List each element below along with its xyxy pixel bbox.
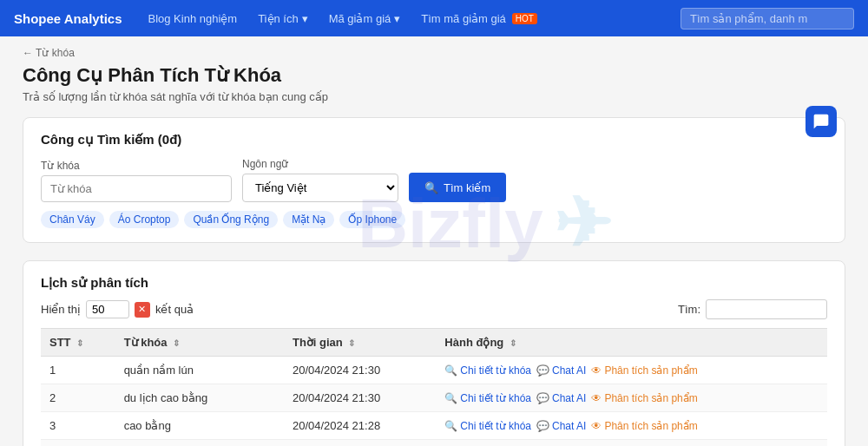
result-label: kết quả xyxy=(155,303,194,316)
analyze-link[interactable]: 👁 Phân tích sản phẩm xyxy=(591,364,697,377)
table-search-label: Tìm: xyxy=(678,303,700,316)
analyze-link[interactable]: 👁 Phân tích sản phẩm xyxy=(591,420,697,432)
table-search-input[interactable] xyxy=(706,299,827,319)
detail-link[interactable]: 🔍 Chi tiết từ khóa xyxy=(444,392,531,404)
col-time: Thời gian ⇕ xyxy=(284,329,436,357)
chevron-down-icon: ▾ xyxy=(394,12,400,25)
col-keyword: Từ khóa ⇕ xyxy=(115,329,284,357)
action-links: 🔍 Chi tiết từ khóa 💬 Chat AI 👁 Phân tích… xyxy=(444,392,819,404)
eye-icon: 👁 xyxy=(591,364,602,377)
chat-icon-button[interactable] xyxy=(806,106,837,137)
analyze-link[interactable]: 👁 Phân tích sản phẩm xyxy=(591,392,697,404)
chat-icon xyxy=(812,113,830,130)
page-title: Công Cụ Phân Tích Từ Khóa xyxy=(23,64,328,87)
nav-item-blog[interactable]: Blog Kinh nghiệm xyxy=(139,0,246,36)
chat-ai-link[interactable]: 💬 Chat AI xyxy=(536,392,586,404)
search-tool-title: Công cụ Tìm kiếm (0đ) xyxy=(41,132,827,148)
history-show-controls: Hiển thị ✕ kết quả xyxy=(41,300,194,318)
tag-0[interactable]: Chân Váy xyxy=(41,211,104,228)
cell-stt: 1 xyxy=(41,357,115,384)
nav-item-magiamgia[interactable]: Mã giảm giá ▾ xyxy=(320,0,410,36)
lang-select[interactable]: Tiếng Việt English xyxy=(242,174,398,202)
table-header-row: STT ⇕ Từ khóa ⇕ Thời gian ⇕ Hành động xyxy=(41,329,827,357)
cell-keyword: quần nầm lún xyxy=(115,357,284,384)
sort-icon-time[interactable]: ⇕ xyxy=(348,338,355,348)
show-count-input[interactable] xyxy=(86,300,129,318)
cell-action: 🔍 Chi tiết từ khóa 💬 Chat AI 👁 Phân tích… xyxy=(436,384,827,412)
page-subtitle: Trả số lượng lần từ khóa sát nghĩa với t… xyxy=(23,90,328,103)
lang-label: Ngôn ngữ xyxy=(242,158,398,170)
action-links: 🔍 Chi tiết từ khóa 💬 Chat AI 👁 Phân tích… xyxy=(444,420,819,432)
cell-keyword: cao bằng xyxy=(115,412,284,440)
cell-stt: 2 xyxy=(41,384,115,412)
search-detail-icon: 🔍 xyxy=(444,364,457,377)
lang-group: Ngôn ngữ Tiếng Việt English xyxy=(242,158,398,202)
cell-action: 🔍 Chi tiết từ khóa 💬 Chat AI 👁 Phân tích… xyxy=(436,440,827,447)
cell-action: 🔍 Chi tiết từ khóa 💬 Chat AI 👁 Phân tích… xyxy=(436,412,827,440)
table-row: 4 lạp sườn 20/04/2024 21:14 🔍 Chi tiết t… xyxy=(41,440,827,447)
cell-keyword: lạp sườn xyxy=(115,440,284,447)
tag-1[interactable]: Áo Croptop xyxy=(109,211,180,228)
nav-item-tienich[interactable]: Tiện ích ▾ xyxy=(249,0,317,36)
keyword-label: Từ khóa xyxy=(41,160,232,172)
search-detail-icon: 🔍 xyxy=(444,420,457,432)
eye-icon: 👁 xyxy=(591,392,602,404)
detail-link[interactable]: 🔍 Chi tiết từ khóa xyxy=(444,364,531,377)
table-search-controls: Tìm: xyxy=(678,299,827,319)
table-row: 3 cao bằng 20/04/2024 21:28 🔍 Chi tiết t… xyxy=(41,412,827,440)
cell-time: 20/04/2024 21:14 xyxy=(284,440,436,447)
table-row: 1 quần nầm lún 20/04/2024 21:30 🔍 Chi ti… xyxy=(41,357,827,384)
table-row: 2 du lịch cao bằng 20/04/2024 21:30 🔍 Ch… xyxy=(41,384,827,412)
chat-icon-small: 💬 xyxy=(536,392,549,404)
tag-2[interactable]: Quần Ống Rộng xyxy=(184,211,278,228)
col-action: Hành động ⇕ xyxy=(436,329,827,357)
cell-stt: 4 xyxy=(41,440,115,447)
history-title: Lịch sử phân tích xyxy=(41,275,827,291)
show-label: Hiển thị xyxy=(41,303,81,316)
cell-action: 🔍 Chi tiết từ khóa 💬 Chat AI 👁 Phân tích… xyxy=(436,357,827,384)
search-form: Từ khóa Ngôn ngữ Tiếng Việt English 🔍 Tì… xyxy=(41,158,827,202)
detail-link[interactable]: 🔍 Chi tiết từ khóa xyxy=(444,420,531,432)
breadcrumb[interactable]: ← Từ khóa xyxy=(23,47,845,59)
col-stt: STT ⇕ xyxy=(41,329,115,357)
nav-item-timmagiamgia[interactable]: Tìm mã giảm giá HOT xyxy=(412,0,546,36)
sort-icon-stt[interactable]: ⇕ xyxy=(76,338,83,348)
hot-badge: HOT xyxy=(512,13,537,24)
sort-icon-keyword[interactable]: ⇕ xyxy=(173,338,180,348)
history-table: STT ⇕ Từ khóa ⇕ Thời gian ⇕ Hành động xyxy=(41,328,827,446)
cell-time: 20/04/2024 21:28 xyxy=(284,412,436,440)
brand-logo: Shopee Analytics xyxy=(14,11,122,26)
search-tool-card: Công cụ Tìm kiếm (0đ) Từ khóa Ngôn ngữ T… xyxy=(23,117,845,243)
tag-4[interactable]: Ốp Iphone xyxy=(339,211,405,228)
chat-icon-small: 💬 xyxy=(536,420,549,432)
search-button[interactable]: 🔍 Tìm kiếm xyxy=(409,173,506,202)
search-icon: 🔍 xyxy=(424,181,438,194)
tag-row: Chân Váy Áo Croptop Quần Ống Rộng Mặt Nạ… xyxy=(41,211,827,228)
tag-3[interactable]: Mặt Nạ xyxy=(283,211,334,228)
eye-icon: 👁 xyxy=(591,420,602,432)
keyword-group: Từ khóa xyxy=(41,160,232,202)
cell-time: 20/04/2024 21:30 xyxy=(284,384,436,412)
cell-keyword: du lịch cao bằng xyxy=(115,384,284,412)
remove-icon[interactable]: ✕ xyxy=(135,302,150,318)
keyword-input[interactable] xyxy=(41,175,232,202)
search-detail-icon: 🔍 xyxy=(444,392,457,404)
chat-ai-link[interactable]: 💬 Chat AI xyxy=(536,364,586,377)
chevron-down-icon: ▾ xyxy=(302,12,308,25)
navbar: Shopee Analytics Blog Kinh nghiệm Tiện í… xyxy=(0,0,868,36)
nav-search-input[interactable] xyxy=(681,8,854,30)
action-links: 🔍 Chi tiết từ khóa 💬 Chat AI 👁 Phân tích… xyxy=(444,364,819,377)
cell-stt: 3 xyxy=(41,412,115,440)
chat-ai-link[interactable]: 💬 Chat AI xyxy=(536,420,586,432)
sort-icon-action[interactable]: ⇕ xyxy=(510,338,516,348)
history-section: Lịch sử phân tích Hiển thị ✕ kết quả Tìm… xyxy=(23,260,845,446)
history-controls: Hiển thị ✕ kết quả Tìm: xyxy=(41,299,827,319)
chat-icon-small: 💬 xyxy=(536,364,549,377)
cell-time: 20/04/2024 21:30 xyxy=(284,357,436,384)
